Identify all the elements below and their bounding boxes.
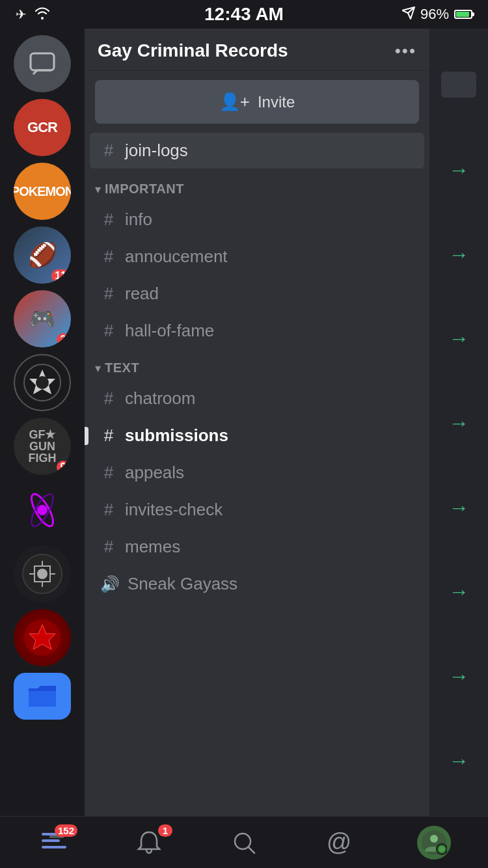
channel-name: invites-check [125,500,223,520]
server-label-sports: 🏈 [28,241,57,269]
channel-item-hall-of-fame[interactable]: # hall-of-fame [90,313,424,349]
channel-name: submissions [125,426,228,446]
channel-name: info [125,210,152,230]
arrow-button-4[interactable]: → [448,411,469,435]
server-icon-gfx[interactable]: GF★GUNFIGH 9 [14,418,71,475]
nav-mentions-button[interactable]: 1 [123,823,175,862]
server-label-roblox: 🎮 [29,306,55,331]
channel-name: appeals [125,463,184,483]
invite-icon: 👤+ [219,92,250,112]
at-nav-icon: @ [327,828,352,856]
voice-channel-sneak-gayass[interactable]: 🔊 Sneak Gayass [90,566,424,602]
channel-item-memes[interactable]: # memes [90,529,424,565]
speaker-icon: 🔊 [100,575,120,593]
svg-point-17 [430,835,438,843]
arrow-button-7[interactable]: → [448,664,469,688]
channel-name: chatroom [125,388,195,409]
hash-icon: # [100,321,117,341]
hash-icon: # [100,141,117,161]
channel-panel: Gay Criminal Records ••• 👤+ Invite # joi… [85,29,429,816]
arrow-button-3[interactable]: → [448,327,469,351]
server-badge-roblox: 2 [57,333,70,346]
channel-item-info[interactable]: # info [90,202,424,237]
channel-item-annoucement[interactable]: # annoucement [90,239,424,275]
server-icon-roblox[interactable]: 🎮 2 [14,290,71,347]
invite-button[interactable]: 👤+ Invite [95,80,419,124]
section-important[interactable]: ▾ IMPORTANT [85,171,429,200]
channels-badge: 152 [55,824,77,837]
section-text[interactable]: ▾ TEXT [85,350,429,379]
status-time: 12:43 AM [204,4,284,25]
server-icon-pokemon[interactable]: POKEMON [14,163,71,220]
channel-item-appeals[interactable]: # appeals [90,455,424,491]
server-icon-purple[interactable] [14,481,71,539]
svg-point-6 [37,505,47,515]
active-indicator [85,427,88,445]
collapse-arrow-text: ▾ [95,361,101,375]
status-bar: ✈ 12:43 AM 96% [0,0,488,29]
battery-percent: 96% [420,6,449,23]
server-icon-sports[interactable]: 🏈 11 [14,226,71,284]
panel-header: Gay Criminal Records ••• [85,29,429,71]
server-list: GCR POKEMON 🏈 11 🎮 2 GF★GUNFIGH 9 [0,29,85,816]
nav-channels-button[interactable]: 152 [28,823,80,862]
user-avatar [417,826,451,860]
search-box [441,72,476,98]
server-badge-gfx: 9 [57,461,70,474]
channel-name: hall-of-fame [125,321,214,341]
right-arrows-panel: → → → → → → → → [429,29,488,816]
panel-title: Gay Criminal Records [98,40,288,61]
arrow-button-8[interactable]: → [448,749,469,773]
server-icon-blue-folder[interactable] [14,673,71,720]
hash-icon: # [100,210,117,230]
server-icon-dark[interactable] [14,545,71,603]
location-icon [402,6,415,23]
hash-icon: # [100,500,117,520]
channel-name: join-logs [125,141,188,161]
wifi-icon [33,7,51,23]
svg-point-2 [36,376,49,389]
server-icon-bounty[interactable] [14,354,71,411]
channel-item-chatroom[interactable]: # chatroom [90,381,424,416]
channel-item-join-logs[interactable]: # join-logs [90,133,424,169]
svg-point-19 [439,846,445,852]
server-label-gcr: GCR [27,119,57,136]
server-icon-red-mech[interactable] [14,609,71,666]
nav-search-button[interactable] [218,823,270,862]
channel-name: read [125,284,159,304]
section-title-important: IMPORTANT [105,182,184,197]
mentions-badge: 1 [158,824,172,837]
arrow-button-5[interactable]: → [448,496,469,520]
svg-rect-11 [42,839,60,842]
arrow-button-6[interactable]: → [448,580,469,604]
direct-messages-button[interactable] [14,35,71,92]
battery-icon [454,10,472,19]
section-title-text: TEXT [105,360,139,375]
server-label-pokemon: POKEMON [14,184,71,199]
hash-icon: # [100,247,117,267]
hash-icon: # [100,463,117,483]
more-options-button[interactable]: ••• [395,41,416,61]
nav-at-button[interactable]: @ [313,823,365,862]
search-nav-icon [231,830,257,856]
invite-label: Invite [258,93,295,111]
svg-rect-12 [42,846,66,848]
hash-icon: # [100,284,117,304]
channel-item-read[interactable]: # read [90,276,424,312]
arrow-button-2[interactable]: → [448,243,469,267]
voice-channel-name: Sneak Gayass [128,574,237,594]
svg-point-8 [37,569,47,579]
channel-name: annoucement [125,247,228,267]
collapse-arrow-important: ▾ [95,182,101,197]
channel-item-invites-check[interactable]: # invites-check [90,492,424,528]
server-icon-gcr[interactable]: GCR [14,99,71,156]
server-label-gfx: GF★GUNFIGH [29,429,57,464]
channel-item-submissions[interactable]: # submissions [90,418,424,454]
server-badge-sports: 11 [51,269,70,282]
nav-avatar-button[interactable] [408,823,460,862]
arrow-button-1[interactable]: → [448,158,469,182]
airplane-icon: ✈ [16,7,27,22]
status-right: 96% [402,6,472,23]
bottom-nav: 152 1 @ [0,816,488,868]
hash-icon: # [100,426,117,446]
